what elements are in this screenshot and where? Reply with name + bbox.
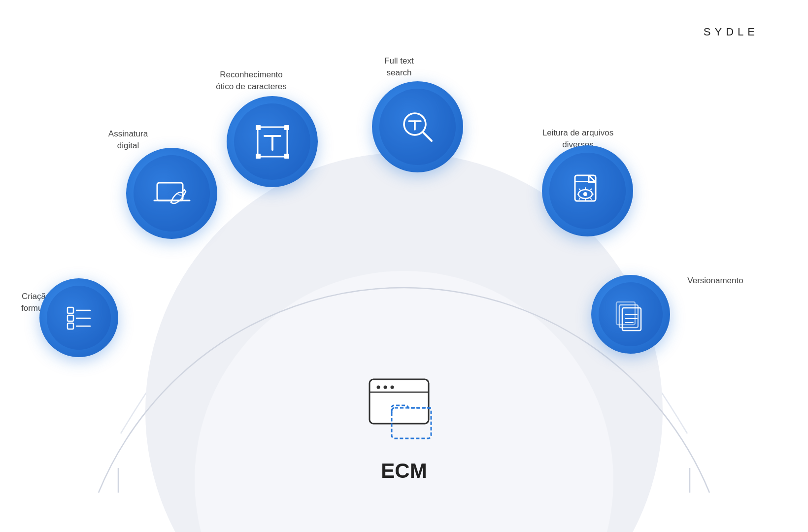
- svg-rect-7: [256, 125, 261, 130]
- forms-circle: [39, 278, 118, 357]
- svg-rect-10: [284, 154, 289, 159]
- versioning-circle: [591, 275, 670, 354]
- svg-line-36: [177, 194, 183, 197]
- ecm-icon: [365, 374, 443, 450]
- svg-line-14: [423, 132, 432, 141]
- svg-point-19: [583, 192, 587, 196]
- svg-line-25: [591, 199, 592, 200]
- svg-point-2: [384, 386, 387, 389]
- svg-rect-8: [284, 125, 289, 130]
- signature-circle: [126, 148, 217, 239]
- fulltext-circle: [372, 81, 463, 172]
- ocr-label: Reconhecimentoótico de caracteres: [202, 69, 301, 93]
- sydle-logo: SYDLE: [704, 26, 759, 38]
- file-reading-circle: [542, 145, 633, 236]
- svg-rect-39: [67, 315, 73, 321]
- svg-point-1: [377, 386, 380, 389]
- svg-line-27: [591, 189, 592, 190]
- versioning-label: Versionamento: [676, 275, 755, 287]
- svg-rect-37: [67, 307, 73, 313]
- svg-point-3: [391, 386, 394, 389]
- svg-rect-9: [256, 154, 261, 159]
- ocr-circle: [227, 96, 318, 187]
- ecm-label: ECM: [381, 459, 427, 483]
- svg-rect-34: [157, 183, 183, 200]
- svg-rect-41: [67, 323, 73, 329]
- signature-label: Assinaturadigital: [81, 128, 175, 152]
- svg-line-24: [579, 189, 580, 190]
- ecm-center: ECM: [365, 374, 443, 483]
- svg-line-26: [579, 199, 580, 200]
- fulltext-label: Full textsearch: [355, 55, 443, 79]
